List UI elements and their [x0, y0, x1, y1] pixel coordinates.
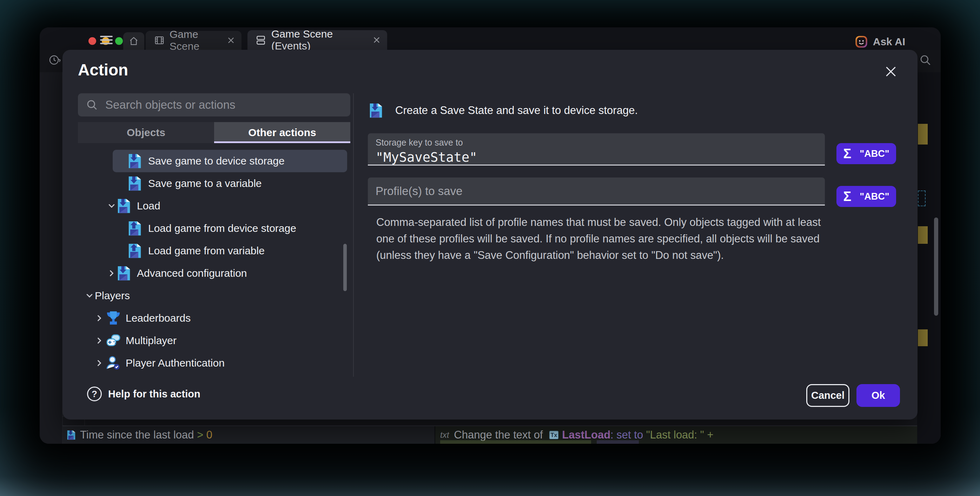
tab-label: Game Scene (Events) [271, 28, 373, 52]
list-item-label: Player Authentication [126, 352, 224, 374]
list-scrollbar-thumb[interactable] [343, 244, 347, 291]
question-icon: ? [87, 387, 102, 401]
list-item[interactable]: Player Authentication [78, 352, 350, 374]
chevron-down-icon[interactable] [107, 202, 116, 210]
save-down-icon [116, 265, 132, 281]
expression-editor-button[interactable]: Σ "ABC" [837, 186, 896, 207]
traffic-light-close-button[interactable] [89, 37, 96, 45]
chevron-right-icon[interactable] [95, 314, 103, 322]
event-highlight-block [918, 124, 928, 144]
help-link-label: Help for this action [108, 388, 200, 400]
event-selection-outline [918, 190, 926, 206]
list-item-label: Leaderboards [126, 307, 191, 330]
field-label: Storage key to save to [375, 138, 825, 148]
action-dialog: Action Objects Other actions Save game t… [62, 50, 918, 420]
gamepad-icon [105, 333, 121, 349]
save-icon [66, 430, 76, 440]
close-tab-icon[interactable] [228, 37, 234, 44]
list-item[interactable]: Save game to device storage [78, 150, 350, 172]
list-item[interactable]: Players [78, 284, 350, 307]
list-item[interactable]: Advanced configuration [78, 262, 350, 284]
profiles-field[interactable]: Profile(s) to save [368, 177, 825, 206]
trophy-icon [105, 310, 121, 326]
list-item-label: Save game to a variable [148, 172, 262, 195]
events-scrollbar-thumb[interactable] [934, 217, 938, 316]
chevron-down-icon[interactable] [85, 292, 94, 300]
field-placeholder: Profile(s) to save [375, 184, 463, 198]
list-item-label: Players [95, 284, 130, 307]
event-action-cell[interactable]: txt Change the text of Tx LastLoad : set… [435, 426, 917, 444]
events-sheet-icon [255, 34, 266, 46]
tab-objects[interactable]: Objects [78, 122, 214, 143]
ask-ai-label: Ask AI [873, 36, 905, 48]
condition-operator: > [194, 429, 207, 441]
events-right-margin [917, 72, 941, 444]
scene-icon [154, 35, 165, 46]
ai-smiley-icon [855, 35, 868, 48]
clipped-expression-fragment [597, 440, 639, 444]
save-down-icon [127, 175, 143, 192]
list-item-label: Load game from device storage [148, 217, 296, 239]
search-input[interactable] [105, 98, 330, 111]
main-menu-icon[interactable] [100, 36, 113, 46]
field-value: "MySaveState" [375, 150, 825, 165]
action-description: Create a Save State and save it to devic… [395, 104, 638, 117]
list-item-label: Load game from variable [148, 239, 265, 262]
home-icon [129, 36, 139, 46]
action-set-to: : set to [610, 429, 646, 441]
help-for-action-link[interactable]: ? Help for this action [87, 387, 200, 401]
ok-button[interactable]: Ok [856, 384, 900, 407]
svg-text:Tx: Tx [551, 432, 557, 438]
expression-editor-button[interactable]: Σ "ABC" [837, 143, 896, 164]
pane-divider [353, 93, 354, 377]
chevron-right-icon[interactable] [107, 269, 116, 277]
save-up-icon [127, 243, 143, 259]
text-action-icon: txt [440, 430, 449, 440]
action-prefix: Change the text of [454, 429, 546, 441]
tab-other-actions[interactable]: Other actions [214, 122, 350, 143]
list-item-label: Multiplayer [126, 330, 177, 352]
event-highlight-block [918, 226, 928, 244]
event-condition-cell[interactable]: Time since the last load > 0 [62, 426, 435, 444]
condition-value: 0 [207, 429, 212, 441]
action-string-value: "Last load: " + [646, 429, 714, 441]
list-item[interactable]: Load [78, 195, 350, 217]
list-item[interactable]: Save game to a variable [78, 172, 350, 195]
list-item[interactable]: Leaderboards [78, 307, 350, 330]
sigma-icon: Σ [843, 189, 851, 204]
dialog-title: Action [78, 60, 128, 79]
sigma-icon: Σ [843, 146, 851, 162]
ask-ai-button[interactable]: Ask AI [855, 35, 905, 48]
traffic-light-zoom-button[interactable] [115, 37, 123, 45]
close-tab-icon[interactable] [373, 36, 380, 43]
tab-home[interactable] [123, 32, 144, 50]
abc-label: "ABC" [860, 148, 889, 159]
action-search-box[interactable] [78, 93, 350, 116]
condition-text: Time since the last load [80, 429, 194, 441]
list-item[interactable]: Load game from device storage [78, 217, 350, 239]
save-icon [368, 102, 384, 119]
save-down-icon [127, 153, 143, 169]
actions-tree-list: Save game to device storageSave game to … [78, 145, 350, 377]
storage-key-field[interactable]: Storage key to save to "MySaveState" [368, 133, 825, 166]
event-row: Time since the last load > 0 txt Change … [62, 425, 917, 444]
dialog-tabs: Objects Other actions [78, 122, 350, 143]
action-description-header: Create a Save State and save it to devic… [368, 102, 638, 119]
tab-game-scene-events[interactable]: Game Scene (Events) [247, 30, 387, 50]
list-item-label: Load [137, 195, 161, 217]
chevron-right-icon[interactable] [95, 336, 103, 345]
chevron-right-icon[interactable] [95, 359, 103, 367]
person-icon [105, 355, 121, 371]
window-titlebar: Game Scene Game Scene (Events) [40, 27, 941, 50]
action-object-name: LastLoad [562, 429, 610, 441]
search-icon [86, 98, 98, 111]
history-clock-icon[interactable] [48, 54, 62, 66]
list-item-label: Save game to device storage [148, 150, 285, 172]
app-window: Game Scene Game Scene (Events) [40, 27, 941, 444]
cancel-button[interactable]: Cancel [806, 384, 850, 407]
tab-game-scene[interactable]: Game Scene [146, 31, 242, 50]
search-toolbar-icon[interactable] [919, 54, 932, 66]
list-item[interactable]: Multiplayer [78, 330, 350, 352]
dialog-close-icon[interactable] [883, 64, 899, 79]
list-item[interactable]: Load game from variable [78, 239, 350, 262]
